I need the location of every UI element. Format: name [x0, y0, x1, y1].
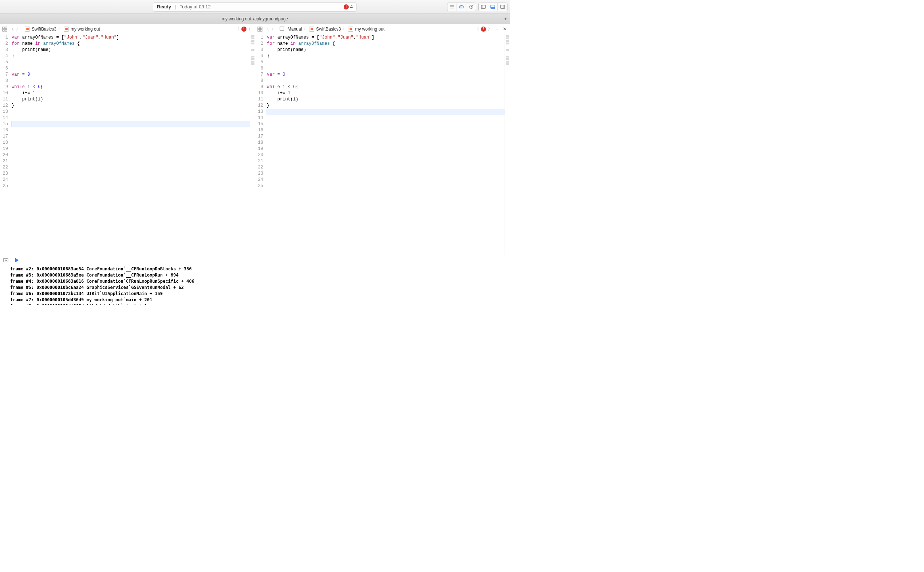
assistant-mode[interactable]: Manual: [288, 26, 302, 32]
toolbar-right-group: [447, 3, 508, 11]
svg-rect-15: [258, 30, 260, 31]
breadcrumb-file[interactable]: my working out: [71, 26, 100, 32]
toggle-navigator-icon[interactable]: [479, 3, 488, 11]
svg-rect-8: [503, 5, 505, 8]
error-icon[interactable]: !: [481, 26, 486, 32]
swift-file-icon: [348, 26, 353, 32]
prev-issue-button[interactable]: 〈: [474, 26, 480, 32]
add-assistant-button[interactable]: +: [494, 26, 500, 33]
jump-bar-right: 〈 〉 Manual 〉 SwiftBasics3 〉 my working o…: [255, 24, 510, 34]
swift-file-icon: [64, 26, 69, 32]
forward-button[interactable]: 〉: [15, 26, 21, 32]
minimap[interactable]: [250, 34, 255, 255]
breadcrumb-project[interactable]: SwiftBasics3: [32, 26, 56, 32]
swift-file-icon: [309, 26, 314, 32]
editor-split: 〈 〉 SwiftBasics3 〉 my working out 〈 ! 〉 …: [0, 24, 510, 255]
chevron-right-icon: 〉: [57, 26, 63, 32]
primary-editor-pane: 〈 〉 SwiftBasics3 〉 my working out 〈 ! 〉 …: [0, 24, 255, 255]
next-issue-button[interactable]: 〉: [487, 26, 493, 32]
new-tab-button[interactable]: +: [501, 14, 510, 24]
breadcrumb-project[interactable]: SwiftBasics3: [316, 26, 341, 32]
issue-indicator[interactable]: ! 4: [344, 4, 353, 9]
line-gutter: 1234567891011121314151617181920212223242…: [0, 34, 10, 255]
version-editor-icon[interactable]: [466, 3, 476, 11]
related-items-icon[interactable]: [257, 26, 263, 32]
related-items-icon[interactable]: [2, 26, 8, 32]
prev-issue-button[interactable]: 〈: [234, 26, 240, 32]
minimap[interactable]: [505, 34, 510, 255]
assistant-editor-pane: 〈 〉 Manual 〉 SwiftBasics3 〉 my working o…: [255, 24, 510, 255]
back-button[interactable]: 〈: [264, 26, 270, 32]
svg-rect-6: [491, 7, 495, 8]
debug-bar: [0, 255, 510, 265]
jump-bar-left: 〈 〉 SwiftBasics3 〉 my working out 〈 ! 〉: [0, 24, 255, 34]
console-output[interactable]: frame #2: 0x000000010683ae54 CoreFoundat…: [0, 265, 510, 305]
run-playground-button[interactable]: [13, 256, 20, 264]
chevron-right-icon: 〉: [341, 26, 347, 32]
back-button[interactable]: 〈: [9, 26, 14, 32]
tab-title[interactable]: my working out.xcplaygroundpage: [222, 16, 288, 22]
svg-rect-13: [258, 27, 260, 29]
status-timestamp: Today at 09:12: [179, 4, 210, 9]
svg-rect-14: [260, 27, 262, 29]
close-assistant-button[interactable]: ✕: [501, 26, 508, 32]
error-count: 4: [350, 4, 353, 9]
code-editor-left[interactable]: 1234567891011121314151617181920212223242…: [0, 34, 255, 255]
assistant-editor-icon[interactable]: [457, 3, 466, 11]
svg-rect-16: [260, 30, 262, 31]
main-toolbar: Ready | Today at 09:12 ! 4: [0, 0, 510, 14]
svg-rect-12: [5, 30, 7, 31]
error-icon[interactable]: !: [242, 26, 246, 32]
svg-rect-10: [5, 27, 7, 29]
tab-bar: my working out.xcplaygroundpage +: [0, 14, 510, 24]
activity-status: Ready | Today at 09:12 ! 4: [153, 2, 357, 12]
toggle-console-icon[interactable]: [2, 256, 9, 264]
swift-file-icon: [25, 26, 30, 32]
status-text: Ready: [157, 4, 171, 9]
chevron-right-icon: 〉: [302, 26, 309, 32]
breadcrumb-file[interactable]: my working out: [355, 26, 385, 32]
svg-rect-4: [481, 5, 483, 8]
toggle-utilities-icon[interactable]: [498, 3, 507, 11]
toggle-debug-area-icon[interactable]: [488, 3, 498, 11]
counterparts-icon[interactable]: [279, 26, 285, 33]
svg-rect-11: [3, 30, 5, 31]
svg-rect-9: [3, 27, 5, 29]
code-editor-right[interactable]: 1234567891011121314151617181920212223242…: [255, 34, 510, 255]
forward-button[interactable]: 〉: [271, 26, 276, 32]
error-icon: !: [344, 5, 349, 9]
editor-options-icon[interactable]: [447, 3, 457, 11]
next-issue-button[interactable]: 〉: [248, 26, 253, 32]
line-gutter: 1234567891011121314151617181920212223242…: [255, 34, 265, 255]
svg-rect-19: [4, 258, 8, 262]
